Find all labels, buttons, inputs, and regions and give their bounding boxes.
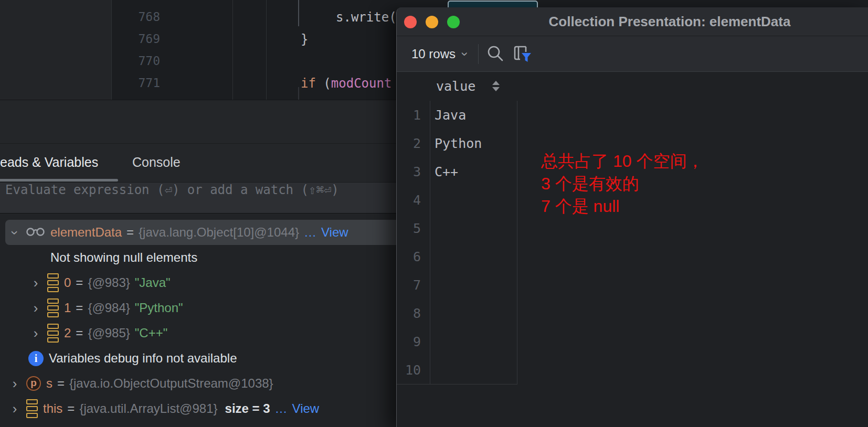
- object-reference: {@985}: [88, 326, 130, 340]
- equals-sign: =: [76, 275, 83, 290]
- tab-threads-variables[interactable]: eads & Variables: [0, 144, 98, 183]
- annotation-line-1: 总共占了 10 个空间，: [541, 150, 703, 173]
- table-row[interactable]: 10: [397, 356, 517, 384]
- chevron-right-icon[interactable]: [29, 275, 42, 291]
- cell-value: Python: [430, 136, 482, 151]
- null-elements-note: Not showing null elements: [0, 245, 447, 270]
- code-line-769: }: [301, 32, 308, 48]
- parameter-icon: [26, 376, 41, 391]
- table-row[interactable]: 8: [397, 299, 517, 327]
- column-divider: [517, 101, 517, 385]
- chevron-down-icon: [458, 52, 472, 56]
- rows-count-label: 10 rows: [411, 47, 456, 61]
- array-element-icon: [47, 298, 59, 317]
- info-text: Variables debug info not available: [49, 351, 237, 366]
- keyword-if: if: [301, 76, 316, 91]
- popup-titlebar[interactable]: Collection Presentation: elementData: [397, 7, 868, 36]
- table-row[interactable]: 9: [397, 327, 517, 356]
- ide-screen: 768 769 770 771 s.write( } if (modCount …: [0, 0, 868, 427]
- editor-text-divider: [266, 0, 267, 100]
- array-item-row-2[interactable]: 2 = {@985} "C++": [0, 321, 426, 346]
- toolbar-separator: [478, 44, 479, 64]
- table-bottom-border: [397, 384, 517, 385]
- table-row[interactable]: 1Java: [397, 101, 517, 129]
- string-value: "C++": [135, 326, 167, 340]
- line-number: 768: [105, 10, 160, 26]
- string-value: "Python": [135, 301, 183, 315]
- chevron-down-icon[interactable]: [8, 225, 21, 241]
- line-number: 770: [105, 54, 160, 70]
- view-link[interactable]: View: [321, 225, 348, 240]
- string-value: "Java": [135, 275, 171, 290]
- filter-icon[interactable]: [513, 45, 533, 65]
- ellipsis-link[interactable]: …: [304, 225, 316, 240]
- search-icon[interactable]: [486, 44, 504, 65]
- variable-icon: [26, 399, 38, 418]
- variable-name: s: [46, 376, 52, 391]
- gutter-divider-2: [232, 0, 233, 100]
- object-reference: {java.lang.Object[10]@1044}: [139, 225, 299, 240]
- variable-row-elementdata[interactable]: elementData = {java.lang.Object[10]@1044…: [0, 220, 405, 245]
- red-annotation: 总共占了 10 个空间， 3 个是有效的 7 个是 null: [541, 150, 703, 218]
- indent-guide: [298, 0, 299, 26]
- array-item-row-0[interactable]: 0 = {@983} "Java": [0, 270, 426, 295]
- equals-sign: =: [57, 376, 65, 391]
- collection-presentation-window: Collection Presentation: elementData 10 …: [396, 7, 868, 427]
- variable-name: this: [43, 401, 62, 416]
- equals-sign: =: [67, 401, 75, 416]
- array-element-icon: [47, 273, 59, 292]
- object-reference: {java.util.ArrayList@981}: [79, 401, 217, 416]
- table-row[interactable]: 5: [397, 214, 517, 242]
- zoom-button[interactable]: [447, 16, 460, 28]
- equals-sign: =: [76, 326, 83, 340]
- indent-guide: [298, 87, 299, 100]
- row-number: 1: [397, 108, 430, 123]
- minimize-button[interactable]: [426, 16, 438, 28]
- line-number: 771: [105, 76, 160, 92]
- array-item-row-1[interactable]: 1 = {@984} "Python": [0, 295, 426, 321]
- object-reference: {@984}: [88, 301, 130, 315]
- info-icon: [28, 351, 44, 366]
- table-row[interactable]: 2Python: [397, 129, 517, 157]
- line-number: 769: [105, 32, 160, 48]
- close-button[interactable]: [404, 16, 417, 28]
- array-element-icon: [47, 324, 59, 343]
- object-reference: {java.io.ObjectOutputStream@1038}: [69, 376, 273, 391]
- size-badge: size = 3: [225, 401, 270, 416]
- annotation-line-2: 3 个是有效的: [541, 173, 703, 195]
- chevron-right-icon[interactable]: [8, 401, 21, 417]
- ellipsis-link[interactable]: …: [275, 401, 288, 416]
- variable-row-this[interactable]: this = {java.util.ArrayList@981} size = …: [0, 396, 405, 421]
- chevron-right-icon[interactable]: [29, 300, 42, 316]
- sort-icon[interactable]: [492, 81, 500, 91]
- code-line-768: s.write(: [336, 10, 397, 26]
- rows-count-dropdown[interactable]: 10 rows: [411, 36, 467, 71]
- table-row[interactable]: 6: [397, 242, 517, 271]
- table-row[interactable]: 3C++: [397, 157, 517, 186]
- table-row[interactable]: 7: [397, 271, 517, 299]
- code-line-771: if (modCount: [301, 76, 391, 92]
- item-index: 0: [64, 275, 71, 290]
- row-number: 4: [397, 193, 430, 208]
- view-link[interactable]: View: [292, 401, 320, 416]
- row-number: 3: [397, 164, 430, 179]
- editor-left-panel: [0, 0, 111, 100]
- row-number: 10: [397, 362, 430, 378]
- equals-sign: =: [126, 225, 134, 240]
- chevron-right-icon[interactable]: [8, 376, 21, 392]
- variable-name: elementData: [50, 225, 122, 240]
- active-tab-underline: [0, 179, 118, 182]
- table-row[interactable]: 4: [397, 186, 517, 214]
- item-index: 2: [64, 326, 71, 340]
- item-index: 1: [64, 301, 71, 315]
- variable-row-s[interactable]: s = {java.io.ObjectOutputStream@1038}: [0, 371, 405, 396]
- chevron-right-icon[interactable]: [29, 325, 42, 341]
- row-number: 2: [397, 136, 430, 151]
- column-header-value[interactable]: value: [436, 79, 475, 94]
- equals-sign: =: [76, 301, 83, 315]
- collection-table: 1Java 2Python 3C++ 4 5 6 7 8 9 10: [397, 101, 868, 385]
- punctuation: (: [316, 76, 331, 91]
- note-text: Not showing null elements: [50, 250, 197, 265]
- tab-console[interactable]: Console: [132, 144, 181, 183]
- debug-info-row: Variables debug info not available: [0, 346, 425, 371]
